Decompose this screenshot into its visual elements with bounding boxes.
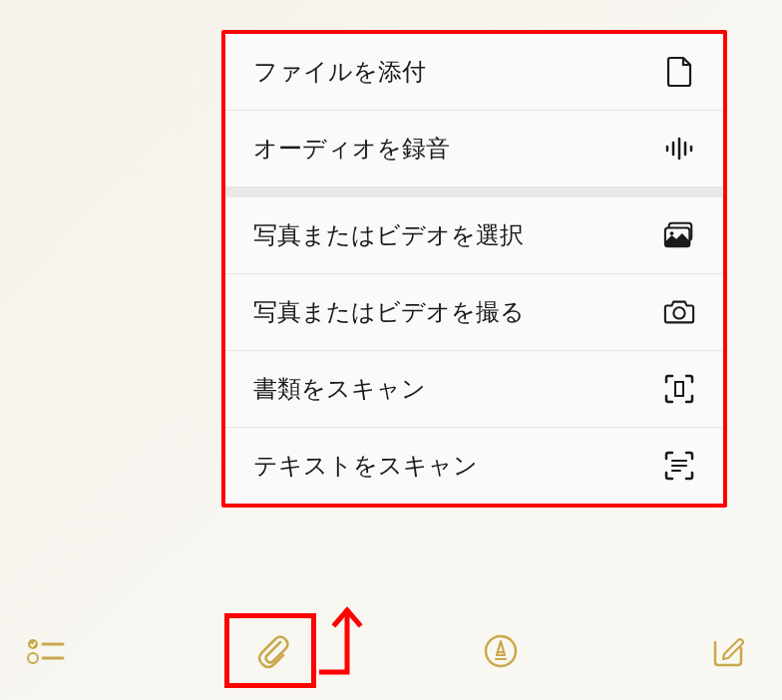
file-icon [663, 56, 695, 88]
menu-item-label: テキストをスキャン [253, 450, 478, 482]
menu-item-attach-file[interactable]: ファイルを添付 [225, 34, 723, 111]
menu-item-scan-text[interactable]: テキストをスキャン [225, 428, 723, 504]
menu-item-label: オーディオを録音 [253, 133, 450, 165]
attachment-menu: ファイルを添付 オーディオを録音 写真またはビデオを選択 [221, 30, 727, 508]
menu-item-scan-document[interactable]: 書類をスキャン [225, 351, 723, 428]
camera-icon [663, 296, 695, 328]
menu-divider [225, 187, 723, 197]
doc-scan-icon [663, 373, 695, 405]
attachment-highlight-box [224, 613, 316, 688]
menu-item-record-audio[interactable]: オーディオを録音 [225, 111, 723, 187]
menu-item-label: 写真またはビデオを選択 [253, 219, 524, 251]
menu-item-label: ファイルを添付 [253, 56, 426, 88]
menu-item-label: 書類をスキャン [253, 373, 426, 405]
markup-button[interactable] [477, 627, 525, 675]
svg-point-7 [670, 231, 674, 235]
audio-icon [663, 133, 695, 165]
checklist-button[interactable] [22, 627, 70, 675]
svg-point-8 [673, 307, 684, 318]
menu-item-label: 写真またはビデオを撮る [253, 296, 525, 328]
svg-point-12 [28, 639, 38, 649]
text-scan-icon [663, 450, 695, 482]
svg-point-14 [28, 653, 38, 663]
bottom-toolbar [0, 627, 782, 675]
photo-library-icon [663, 219, 695, 251]
menu-item-take-photo[interactable]: 写真またはビデオを撮る [225, 274, 723, 351]
menu-item-select-photo[interactable]: 写真またはビデオを選択 [225, 197, 723, 274]
compose-button[interactable] [704, 627, 752, 675]
